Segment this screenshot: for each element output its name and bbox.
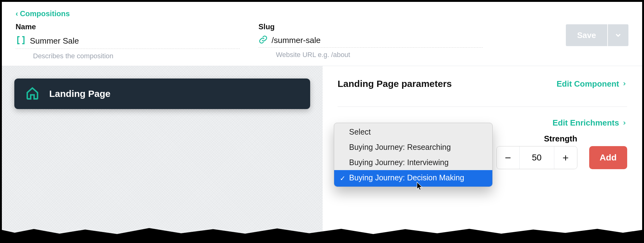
name-help: Describes the composition [33,52,240,60]
dropdown-option-decision-making[interactable]: Buying Journey: Decision Making [334,170,492,187]
slug-input[interactable] [272,36,483,45]
breadcrumb-label: Compositions [20,9,70,18]
card-title: Landing Page [49,88,111,99]
name-label: Name [16,22,240,31]
link-icon [258,35,268,45]
slug-field-group: Slug Website URL e.g. /about [258,22,483,59]
landing-page-card[interactable]: Landing Page [14,79,310,109]
strength-increment-button[interactable]: + [554,146,577,169]
strength-group: Strength − 50 + [496,134,577,169]
parameters-pane: Landing Page parameters Edit Component E… [323,66,642,241]
strength-stepper: − 50 + [496,146,577,169]
save-button[interactable]: Save [566,24,607,46]
chevron-right-icon [622,81,627,87]
header: ‹ Compositions Name Describes the compos… [2,2,642,66]
save-dropdown-button[interactable] [608,24,628,46]
add-button[interactable]: Add [589,146,627,169]
edit-enrichments-link[interactable]: Edit Enrichments [552,118,627,128]
edit-component-label: Edit Component [556,79,619,89]
dropdown-option-researching[interactable]: Buying Journey: Researching [334,140,492,155]
name-input[interactable] [30,36,240,46]
save-button-group: Save [566,24,628,46]
breadcrumb-compositions[interactable]: ‹ Compositions [16,9,70,18]
edit-component-link[interactable]: Edit Component [556,79,627,89]
name-field-group: Name Describes the composition [16,22,240,60]
slug-help: Website URL e.g. /about [276,51,483,59]
edit-enrichments-label: Edit Enrichments [552,118,619,128]
home-icon [26,86,39,101]
dropdown-option-select[interactable]: Select [334,123,492,140]
enrichment-dropdown: Select Buying Journey: Researching Buyin… [334,123,493,187]
strength-value: 50 [520,153,554,163]
composition-tree-pane: Landing Page [2,66,323,241]
panel-title: Landing Page parameters [338,79,452,89]
divider [338,107,627,107]
strength-label: Strength [496,134,577,144]
dropdown-option-interviewing[interactable]: Buying Journey: Interviewing [334,155,492,170]
chevron-down-icon [614,31,622,39]
strength-decrement-button[interactable]: − [497,146,520,169]
chevron-left-icon: ‹ [16,10,18,17]
composition-icon [16,35,26,47]
chevron-right-icon [622,120,627,126]
slug-label: Slug [258,22,483,31]
